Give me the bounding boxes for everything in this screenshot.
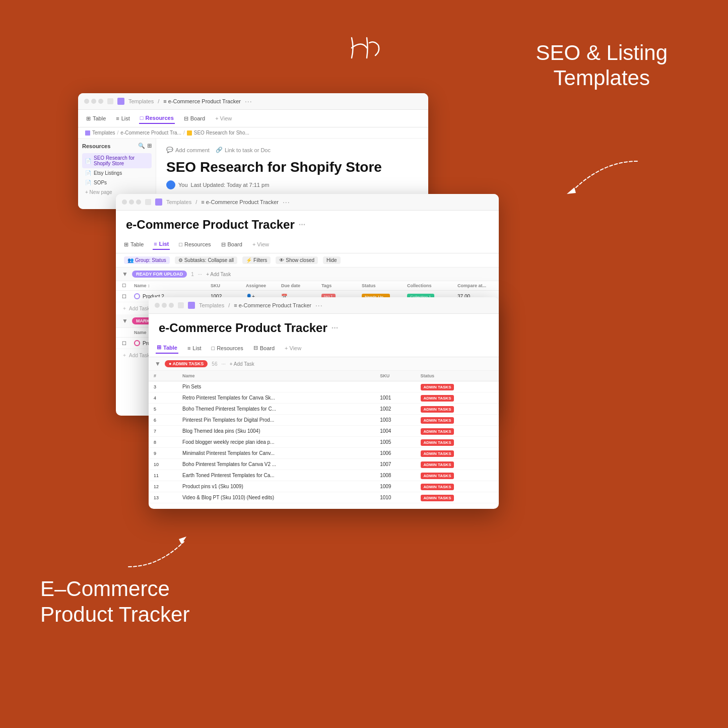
row-name: Earth Toned Pinterest Templates for Ca..… bbox=[177, 470, 375, 481]
add-task-ready[interactable]: + Add Task bbox=[206, 272, 231, 277]
table-header-ready: ☐ Name ↕ SKU Assignee Due date Tags Stat… bbox=[116, 281, 499, 291]
app-title-mid: e-Commerce Product Tracker ··· bbox=[116, 211, 499, 236]
seo-line1: SEO & Listing bbox=[536, 41, 668, 64]
workspace-icon-front bbox=[188, 302, 195, 309]
doc-actions: 💬 Add comment 🔗 Link to task or Doc bbox=[166, 147, 418, 153]
tabs-bar-back: ⊞ Table ≡ List □ Resources ⊟ Board + Vie… bbox=[78, 110, 428, 127]
logo bbox=[344, 30, 384, 68]
row-sku: 1005 bbox=[375, 437, 415, 448]
group-header-ready: ▼ READY FOR UPLOAD 1 ··· + Add Task bbox=[116, 268, 499, 281]
titlebar-front: Templates / ≡ e-Commerce Product Tracker… bbox=[149, 297, 499, 314]
tab-resources-front[interactable]: □ Resources bbox=[210, 343, 244, 353]
filter-bar-mid: 👥 Group: Status ⚙ Subtasks: Collapse all… bbox=[116, 253, 499, 268]
link-task-btn[interactable]: 🔗 Link to task or Doc bbox=[216, 147, 271, 153]
ecommerce-line2: Product Tracker bbox=[40, 603, 189, 626]
tab-board[interactable]: ⊟ Board bbox=[183, 113, 206, 124]
add-comment-btn[interactable]: 💬 Add comment bbox=[166, 147, 210, 153]
breadcrumb-icon bbox=[85, 130, 90, 136]
tab-list-front[interactable]: ≡ List bbox=[186, 343, 203, 353]
tab-add-front[interactable]: + View bbox=[284, 343, 302, 353]
row-sku bbox=[375, 381, 415, 392]
tab-table-mid[interactable]: ⊞ Table bbox=[123, 239, 145, 250]
sidebar-item-seo[interactable]: 📄 SEO Research for Shopify Store bbox=[82, 153, 152, 168]
tab-add[interactable]: + View bbox=[214, 113, 233, 123]
window-controls bbox=[84, 99, 103, 104]
sidebar-item-etsy[interactable]: 📄 Etsy Listings bbox=[82, 168, 152, 178]
table-row[interactable]: 11 Earth Toned Pinterest Templates for C… bbox=[149, 470, 499, 481]
table-row[interactable]: 4 Retro Pinterest Templates for Canva Sk… bbox=[149, 392, 499, 404]
table-row[interactable]: 6 Pinterest Pin Templates for Digital Pr… bbox=[149, 415, 499, 426]
row-sku: 1002 bbox=[375, 404, 415, 415]
tab-list-mid[interactable]: ≡ List bbox=[153, 239, 170, 250]
row-num: 8 bbox=[149, 437, 177, 448]
filter-filters[interactable]: ⚡ Filters bbox=[242, 256, 271, 264]
titlebar-mid: Templates / ≡ e-Commerce Product Tracker… bbox=[116, 194, 499, 211]
row-name: Pinterest Pin Templates for Digital Prod… bbox=[177, 415, 375, 426]
group-chevron-admin[interactable]: ▼ bbox=[155, 360, 161, 367]
row-name: Food blogger weekly recipe plan idea p..… bbox=[177, 437, 375, 448]
tab-resources-mid[interactable]: □ Resources bbox=[178, 239, 212, 249]
row-name: Pin Sets bbox=[177, 381, 375, 392]
task-status-circle-product2 bbox=[134, 293, 140, 299]
filter-subtasks[interactable]: ⚙ Subtasks: Collapse all bbox=[175, 256, 237, 264]
tab-board-front[interactable]: ⊟ Board bbox=[252, 343, 276, 353]
group-chevron-ready[interactable]: ▼ bbox=[122, 271, 128, 278]
filter-show-closed[interactable]: 👁 Show closed bbox=[276, 256, 318, 264]
dot-min bbox=[91, 99, 96, 104]
row-status: ADMIN TASKS bbox=[416, 481, 499, 492]
row-num: 12 bbox=[149, 481, 177, 492]
filter-group-status[interactable]: 👥 Group: Status bbox=[124, 256, 170, 264]
row-name: Video & Blog PT (Sku 1010) (Need edits) bbox=[177, 492, 375, 503]
dot-max-mid bbox=[136, 200, 141, 205]
tab-add-mid[interactable]: + View bbox=[251, 239, 270, 249]
dot-max bbox=[98, 99, 103, 104]
row-num: 6 bbox=[149, 415, 177, 426]
add-task-admin[interactable]: + Add Task bbox=[230, 361, 254, 367]
row-status: ADMIN TASKS bbox=[416, 426, 499, 437]
workspace-icon-mid bbox=[155, 198, 162, 206]
table-row[interactable]: 8 Food blogger weekly recipe plan idea p… bbox=[149, 437, 499, 448]
doc-icon-seo: 📄 bbox=[85, 158, 91, 164]
row-name: Boho Pinterest Templates for Canva V2 ..… bbox=[177, 459, 375, 470]
table-row[interactable]: 12 Product pins v1 (Sku 1009) 1009 ADMIN… bbox=[149, 481, 499, 492]
tab-resources[interactable]: □ Resources bbox=[139, 113, 175, 124]
table-row[interactable]: 7 Blog Themed Idea pins (Sku 1004) 1004 … bbox=[149, 426, 499, 437]
tab-list[interactable]: ≡ List bbox=[115, 113, 131, 123]
window-controls-front bbox=[155, 303, 174, 308]
ecommerce-label: E–Commerce Product Tracker bbox=[40, 576, 189, 627]
col-header-name: Name bbox=[177, 371, 375, 381]
group-header-admin: ▼ ● ADMIN TASKS 56 ··· + Add Task bbox=[149, 357, 499, 371]
row-num: 9 bbox=[149, 448, 177, 459]
group-badge-ready: READY FOR UPLOAD bbox=[132, 271, 187, 278]
row-sku: 1004 bbox=[375, 426, 415, 437]
sidebar-item-sops[interactable]: 📄 SOPs bbox=[82, 178, 152, 187]
admin-tasks-table: # Name SKU Status 3 Pin Sets ADMIN TASKS… bbox=[149, 371, 499, 509]
table-row[interactable]: 5 Boho Themed Pinterest Templates for C.… bbox=[149, 404, 499, 415]
table-row[interactable]: 9 Minimalist Pinterest Templates for Can… bbox=[149, 448, 499, 459]
row-sku: 1009 bbox=[375, 481, 415, 492]
tab-board-mid[interactable]: ⊟ Board bbox=[220, 239, 243, 250]
group-count-admin: 56 bbox=[212, 361, 217, 367]
filter-hide[interactable]: Hide bbox=[323, 256, 341, 264]
row-status: ADMIN TASKS bbox=[416, 404, 499, 415]
seo-arrow bbox=[552, 156, 642, 196]
row-status: ADMIN TASKS bbox=[416, 470, 499, 481]
row-num: 5 bbox=[149, 404, 177, 415]
group-chevron-marketing[interactable]: ▼ bbox=[122, 317, 128, 324]
row-num: 13 bbox=[149, 492, 177, 503]
tab-table-front[interactable]: ⊞ Table bbox=[156, 342, 178, 354]
col-header-sku: SKU bbox=[375, 371, 415, 381]
tab-table[interactable]: ⊞ Table bbox=[85, 113, 107, 124]
row-num: 10 bbox=[149, 459, 177, 470]
dot-close-mid bbox=[122, 200, 127, 205]
table-row[interactable]: 3 Pin Sets ADMIN TASKS bbox=[149, 381, 499, 392]
tabs-bar-mid: ⊞ Table ≡ List □ Resources ⊟ Board + Vie… bbox=[116, 236, 499, 253]
tabs-bar-front: ⊞ Table ≡ List □ Resources ⊟ Board + Vie… bbox=[149, 339, 499, 357]
row-status: ADMIN TASKS bbox=[416, 392, 499, 404]
group-count-ready: 1 bbox=[191, 272, 194, 277]
workspace-icon bbox=[117, 98, 124, 105]
row-sku: 1001 bbox=[375, 392, 415, 404]
ecommerce-line1: E–Commerce bbox=[40, 577, 170, 601]
table-row[interactable]: 10 Boho Pinterest Templates for Canva V2… bbox=[149, 459, 499, 470]
table-row[interactable]: 13 Video & Blog PT (Sku 1010) (Need edit… bbox=[149, 492, 499, 503]
